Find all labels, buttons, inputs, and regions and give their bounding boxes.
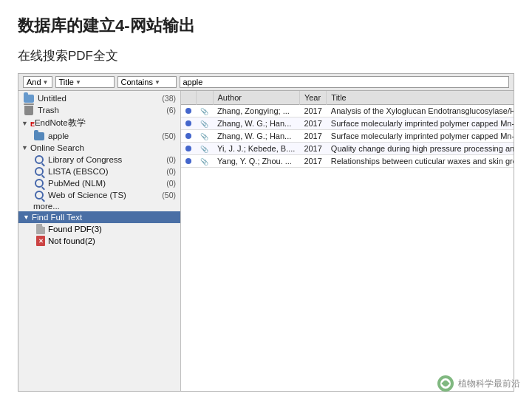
sidebar-label-endnote: EndNote教学 <box>35 117 86 129</box>
cell-status <box>181 105 196 117</box>
cell-status <box>181 130 196 143</box>
cell-title: Analysis of the Xyloglucan Endotransgluc… <box>327 105 514 117</box>
field-select[interactable]: Title ▼ <box>55 76 115 88</box>
cell-author: Yi, J. J.; Kebede, B.... <box>213 143 299 155</box>
field-value: Title <box>59 78 74 86</box>
table-header-row: Author Year Title <box>181 91 514 105</box>
table-row[interactable]: 📎Zhang, Zongying; ...2017Analysis of the… <box>181 105 514 117</box>
cell-year: 2017 <box>299 105 326 117</box>
col-attach <box>196 91 213 105</box>
table-row[interactable]: 📎Yi, J. J.; Kebede, B....2017Quality cha… <box>181 143 514 155</box>
table-row[interactable]: 📎Zhang, W. G.; Han...2017Surface molecul… <box>181 117 514 130</box>
field-chevron: ▼ <box>75 79 81 86</box>
sidebar-item-trash[interactable]: Trash (6) <box>18 104 180 116</box>
online-search-triangle: ▼ <box>21 144 28 151</box>
search-pubmed-icon <box>33 178 45 188</box>
sidebar-label-untitled: Untitled <box>38 94 66 103</box>
cell-year: 2017 <box>299 155 326 168</box>
sidebar-item-found-pdf[interactable]: Found PDF (3) <box>18 223 180 235</box>
sidebar-item-endnote[interactable]: ▼ E EndNote教学 <box>18 116 180 130</box>
cell-year: 2017 <box>299 143 326 155</box>
search-wos-icon <box>33 190 45 200</box>
not-found-count: (2) <box>85 236 95 245</box>
cell-status <box>181 155 196 168</box>
table-row[interactable]: 📎Yang, Y. Q.; Zhou. ...2017Relationships… <box>181 155 514 168</box>
cell-clip: 📎 <box>196 143 213 155</box>
logic-select[interactable]: And ▼ <box>23 76 52 88</box>
sidebar-count-wos: (50) <box>162 191 176 200</box>
folder-icon <box>23 93 35 103</box>
sidebar-item-loc[interactable]: Library of Congress (0) <box>18 154 180 166</box>
sidebar-label-apple: apple <box>48 132 69 140</box>
col-title[interactable]: Title <box>327 91 514 105</box>
page-container: 数据库的建立4-网站输出 在线搜索PDF全文 And ▼ Title ▼ Con… <box>0 0 532 399</box>
sidebar-label-trash: Trash <box>38 106 59 115</box>
sidebar-label-loc: Library of Congress <box>48 155 122 164</box>
sub-title: 在线搜索PDF全文 <box>18 47 514 64</box>
cell-status <box>181 143 196 155</box>
cell-year: 2017 <box>299 117 326 130</box>
sidebar-count-untitled: (38) <box>162 94 176 103</box>
sidebar-item-not-found[interactable]: ✕ Not found (2) <box>18 235 180 247</box>
condition-select[interactable]: Contains ▼ <box>117 76 177 88</box>
pdf-doc-icon <box>36 224 45 234</box>
condition-value: Contains <box>121 78 153 86</box>
cell-year: 2017 <box>299 130 326 143</box>
sidebar-label-more: more... <box>33 202 60 211</box>
search-lista-icon <box>33 166 45 177</box>
cell-status <box>181 117 196 130</box>
not-found-label: Not found <box>48 236 85 245</box>
endnote-triangle: ▼ <box>21 120 28 127</box>
sidebar-count-lista: (0) <box>166 167 176 176</box>
logic-chevron: ▼ <box>43 79 49 86</box>
sidebar-label-pubmed: PubMed (NLM) <box>48 179 106 188</box>
cell-clip: 📎 <box>196 155 213 168</box>
table-area: Author Year Title 📎Zhang, Zongying; ...2… <box>181 91 514 391</box>
sidebar-count-loc: (0) <box>166 155 176 164</box>
watermark: 植物科学最前沿 <box>437 375 520 392</box>
cell-author: Zhang, W. G.; Han... <box>213 130 299 143</box>
search-input[interactable] <box>180 76 510 88</box>
cell-author: Zhang, Zongying; ... <box>213 105 299 117</box>
app-window: And ▼ Title ▼ Contains ▼ <box>18 73 514 392</box>
trash-icon <box>23 105 35 115</box>
main-title: 数据库的建立4-网站输出 <box>18 15 514 37</box>
table-row[interactable]: 📎Zhang, W. G.; Han...2017Surface molecul… <box>181 130 514 143</box>
sidebar-item-wos[interactable]: Web of Science (TS) (50) <box>18 189 180 201</box>
sidebar-count-pubmed: (0) <box>166 179 176 188</box>
sidebar-item-apple[interactable]: apple (50) <box>18 130 180 142</box>
sidebar-label-online-search: Online Search <box>30 143 84 152</box>
sidebar-item-online-search[interactable]: ▼ Online Search <box>18 142 180 154</box>
cell-title: Quality change during high pressure proc… <box>327 143 514 155</box>
col-status <box>181 91 196 105</box>
sidebar-item-pubmed[interactable]: PubMed (NLM) (0) <box>18 177 180 189</box>
cell-author: Yang, Y. Q.; Zhou. ... <box>213 155 299 168</box>
fft-triangle: ▼ <box>23 214 30 221</box>
col-year[interactable]: Year <box>299 91 326 105</box>
sidebar-label-lista: LISTA (EBSCO) <box>48 167 109 176</box>
watermark-logo <box>437 375 454 392</box>
leaf-icon <box>441 379 449 387</box>
cell-author: Zhang, W. G.; Han... <box>213 117 299 130</box>
found-pdf-label: Found PDF <box>48 225 92 233</box>
cell-clip: 📎 <box>196 105 213 117</box>
x-doc-icon: ✕ <box>36 236 45 246</box>
cell-title: Relationships between cuticular waxes an… <box>327 155 514 168</box>
cell-clip: 📎 <box>196 117 213 130</box>
sidebar-item-untitled[interactable]: Untitled (38) <box>18 92 180 104</box>
col-author[interactable]: Author <box>213 91 299 105</box>
find-full-text-label: Find Full Text <box>32 213 82 222</box>
search-loc-icon <box>33 154 45 165</box>
results-table: Author Year Title 📎Zhang, Zongying; ...2… <box>181 91 514 168</box>
search-bar: And ▼ Title ▼ Contains ▼ <box>18 74 514 91</box>
sidebar-item-more[interactable]: more... <box>18 201 180 211</box>
watermark-logo-inner <box>440 378 451 389</box>
sidebar: Untitled (38) Trash (6) ▼ E <box>18 91 181 391</box>
condition-chevron: ▼ <box>154 79 160 86</box>
cell-clip: 📎 <box>196 130 213 143</box>
sidebar-label-wos: Web of Science (TS) <box>48 191 126 200</box>
find-full-text-header[interactable]: ▼ Find Full Text <box>18 211 180 223</box>
sidebar-item-lista[interactable]: LISTA (EBSCO) (0) <box>18 166 180 177</box>
apple-folder-icon <box>33 131 45 141</box>
watermark-text: 植物科学最前沿 <box>458 378 520 390</box>
